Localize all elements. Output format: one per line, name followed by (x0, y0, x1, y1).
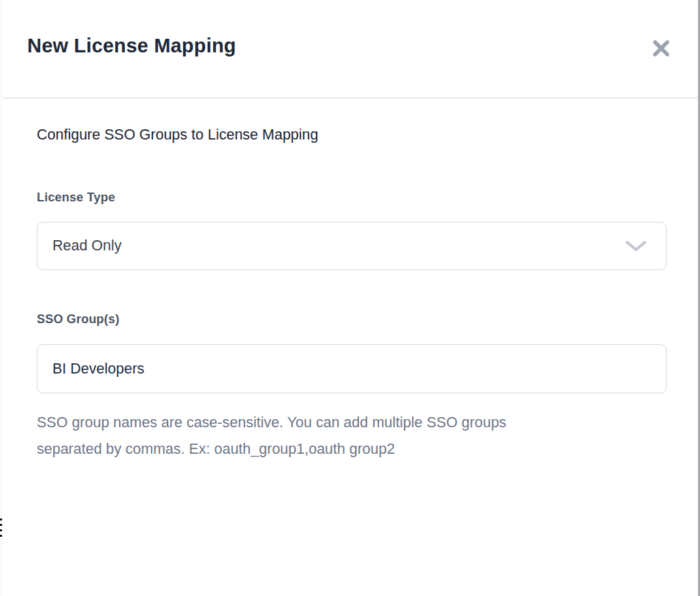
sso-groups-input[interactable] (37, 344, 667, 393)
license-type-selected-value: Read Only (37, 237, 625, 254)
backdrop-menu-icon (0, 518, 2, 540)
close-button[interactable] (651, 38, 671, 59)
dialog-title: New License Mapping (27, 35, 236, 57)
sso-groups-help-text: SSO group names are case-sensitive. You … (37, 410, 650, 463)
help-line-2: separated by commas. Ex: oauth_group1,oa… (37, 436, 650, 463)
license-type-select[interactable]: Read Only (37, 222, 667, 270)
chevron-down-icon (625, 240, 647, 252)
dash (0, 535, 2, 537)
dash (0, 524, 2, 526)
dialog-subtitle: Configure SSO Groups to License Mapping (37, 127, 319, 144)
dash (0, 529, 2, 531)
dash (0, 518, 2, 520)
header-divider (3, 97, 698, 99)
sso-groups-label: SSO Group(s) (37, 312, 119, 327)
help-line-1: SSO group names are case-sensitive. You … (37, 410, 650, 436)
license-type-label: License Type (37, 191, 115, 205)
new-license-mapping-dialog: New License Mapping Configure SSO Groups… (3, 0, 700, 596)
x-icon (652, 39, 671, 58)
